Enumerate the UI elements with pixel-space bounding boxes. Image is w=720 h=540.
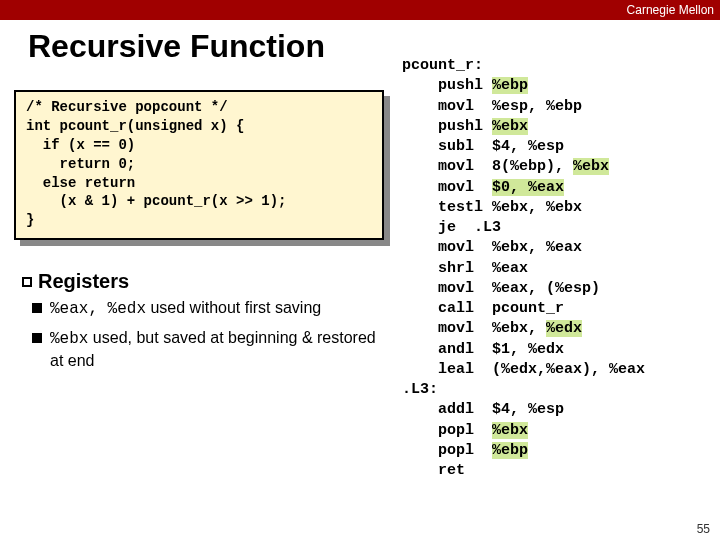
asm-hl: %ebx xyxy=(573,158,609,175)
asm-line: call pcount_r xyxy=(402,300,564,317)
asm-label: pcount_r: xyxy=(402,57,483,74)
asm-line: popl xyxy=(402,442,492,459)
reg-names: %eax, %edx xyxy=(50,300,146,318)
asm-line: leal (%edx,%eax), %eax xyxy=(402,361,645,378)
asm-line: shrl %eax xyxy=(402,260,528,277)
assembly-listing: pcount_r: pushl %ebp movl %esp, %ebp pus… xyxy=(402,56,645,481)
slide-number: 55 xyxy=(697,522,710,536)
asm-line: pushl xyxy=(402,77,492,94)
bullet-hollow-icon xyxy=(22,277,32,287)
reg-desc: used without first saving xyxy=(146,299,321,316)
brand-text: Carnegie Mellon xyxy=(627,3,714,17)
registers-heading: Registers xyxy=(22,270,382,293)
asm-line: movl %ebx, %eax xyxy=(402,239,582,256)
asm-hl: %ebx xyxy=(492,422,528,439)
asm-line: movl %eax, (%esp) xyxy=(402,280,600,297)
asm-line: subl $4, %esp xyxy=(402,138,564,155)
asm-line: testl %ebx, %ebx xyxy=(402,199,582,216)
reg-desc: used, but saved at beginning & restored … xyxy=(50,329,376,370)
c-code-block: /* Recursive popcount */ int pcount_r(un… xyxy=(14,90,384,240)
c-code: /* Recursive popcount */ int pcount_r(un… xyxy=(14,90,384,240)
registers-heading-text: Registers xyxy=(38,270,129,292)
asm-hl: $0, %eax xyxy=(492,179,564,196)
asm-line: ret xyxy=(402,462,465,479)
asm-line: je .L3 xyxy=(402,219,501,236)
asm-hl: %ebp xyxy=(492,442,528,459)
registers-section: Registers %eax, %edx used without first … xyxy=(22,270,382,378)
asm-line: popl xyxy=(402,422,492,439)
slide-title: Recursive Function xyxy=(28,28,325,65)
asm-hl: %edx xyxy=(546,320,582,337)
header-bar: Carnegie Mellon xyxy=(0,0,720,20)
asm-line: andl $1, %edx xyxy=(402,341,564,358)
asm-line: movl %ebx, xyxy=(402,320,546,337)
asm-line: pushl xyxy=(402,118,492,135)
asm-line: movl 8(%ebp), xyxy=(402,158,573,175)
reg-names: %ebx xyxy=(50,330,88,348)
asm-line: movl xyxy=(402,179,492,196)
asm-hl: %ebx xyxy=(492,118,528,135)
asm-line: movl %esp, %ebp xyxy=(402,98,582,115)
registers-item: %eax, %edx used without first saving xyxy=(50,297,382,321)
asm-line: addl $4, %esp xyxy=(402,401,564,418)
asm-hl: %ebp xyxy=(492,77,528,94)
registers-item: %ebx used, but saved at beginning & rest… xyxy=(50,327,382,372)
asm-label: .L3: xyxy=(402,381,438,398)
